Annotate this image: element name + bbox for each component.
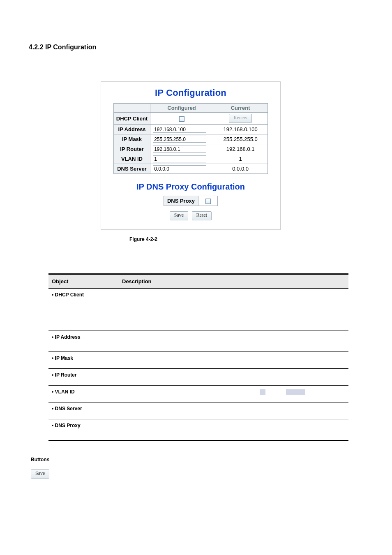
desc-header-description: Description	[119, 274, 348, 289]
desc-object: IP Mask	[52, 355, 73, 361]
dhcp-client-checkbox[interactable]	[179, 116, 184, 122]
ip-address-current: 192.168.0.100	[213, 125, 268, 134]
table-row: IP Mask	[48, 352, 348, 369]
dns-proxy-table: DNS Proxy	[164, 196, 218, 206]
ip-mask-input[interactable]	[153, 136, 206, 143]
dns-server-current: 0.0.0.0	[213, 164, 268, 174]
table-row: VLAN ID	[48, 386, 348, 402]
dns-proxy-checkbox[interactable]	[205, 199, 211, 204]
desc-object: VLAN ID	[52, 389, 75, 395]
vlan-id-current: 1	[213, 154, 268, 164]
table-row: DNS Proxy	[48, 419, 348, 441]
save-button-bottom[interactable]: Save	[31, 469, 49, 479]
ip-configuration-panel: IP Configuration Configured Current DHCP…	[101, 81, 281, 230]
desc-object: DHCP Client	[52, 292, 84, 298]
renew-button[interactable]: Renew	[229, 114, 251, 123]
save-button[interactable]: Save	[170, 211, 188, 220]
ip-router-input[interactable]	[153, 146, 206, 153]
table-row: DNS Server	[48, 402, 348, 419]
section-heading: 4.2.2 IP Configuration	[29, 44, 363, 51]
table-row: IP Address	[48, 331, 348, 352]
table-row: IP Router	[48, 369, 348, 386]
desc-object: IP Router	[52, 372, 77, 378]
row-label-mask: IP Mask	[113, 134, 150, 144]
vlan-id-input[interactable]	[153, 155, 206, 162]
ip-address-input[interactable]	[153, 126, 206, 133]
row-label-dns: DNS Server	[113, 164, 150, 174]
desc-object: DNS Proxy	[52, 423, 81, 428]
panel-title-dns-proxy: IP DNS Proxy Configuration	[101, 182, 280, 192]
col-current: Current	[213, 104, 268, 113]
table-row: DHCP Client	[48, 289, 348, 331]
desc-header-object: Object	[48, 274, 119, 289]
dns-server-input[interactable]	[153, 165, 206, 172]
figure-caption: Figure 4-2-2	[129, 236, 363, 242]
row-label-dhcp: DHCP Client	[113, 113, 150, 125]
ip-mask-current: 255.255.255.0	[213, 134, 268, 144]
row-label-router: IP Router	[113, 144, 150, 154]
desc-object: IP Address	[52, 334, 81, 340]
reset-button[interactable]: Reset	[192, 211, 212, 220]
row-label-vlan: VLAN ID	[113, 154, 150, 164]
buttons-heading: Buttons	[31, 457, 363, 462]
highlight-bar	[260, 389, 265, 395]
dns-proxy-label: DNS Proxy	[164, 196, 198, 206]
row-label-ip: IP Address	[113, 125, 150, 134]
col-configured: Configured	[150, 104, 213, 113]
desc-object: DNS Server	[52, 406, 82, 412]
panel-title: IP Configuration	[101, 88, 280, 98]
ip-router-current: 192.168.0.1	[213, 144, 268, 154]
ip-config-table: Configured Current DHCP Client Renew IP …	[113, 103, 268, 174]
description-table: Object Description DHCP Client IP Addres…	[48, 273, 348, 441]
highlight-bar	[286, 389, 305, 395]
